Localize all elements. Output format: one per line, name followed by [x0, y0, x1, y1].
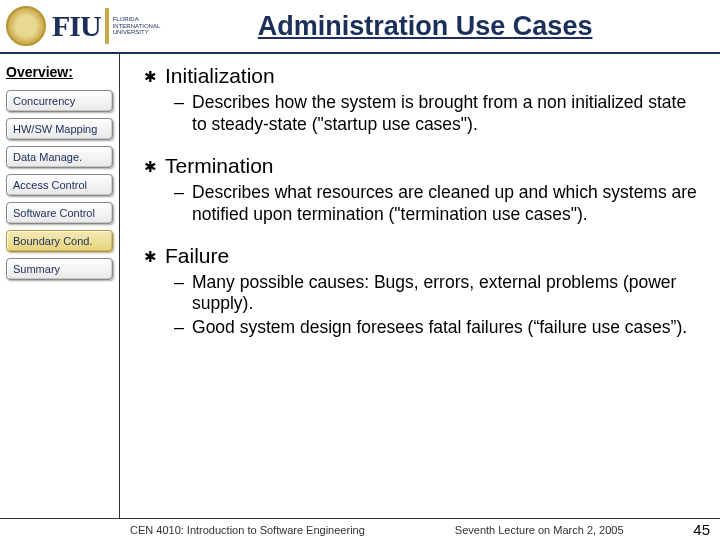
sub-bullet-text: Describes how the system is brought from…: [192, 92, 700, 136]
sidebar-heading: Overview:: [6, 64, 113, 80]
dash-icon: –: [174, 92, 184, 136]
section-title: Termination: [165, 154, 274, 178]
slide-body: Overview: ConcurrencyHW/SW MappingData M…: [0, 54, 720, 518]
sidebar-item-software-control[interactable]: Software Control: [6, 202, 113, 224]
section-header: ✱Failure: [144, 244, 700, 268]
page-number: 45: [693, 521, 710, 538]
asterisk-icon: ✱: [144, 68, 157, 86]
section-sub-bullet: –Good system design foresees fatal failu…: [174, 317, 700, 339]
section-sub-bullet: –Describes what resources are cleaned up…: [174, 182, 700, 226]
sidebar-item-summary[interactable]: Summary: [6, 258, 113, 280]
dash-icon: –: [174, 182, 184, 226]
logo-stripe-icon: [105, 8, 109, 44]
logo-main: FIU: [52, 9, 101, 43]
header: FIU FLORIDA INTERNATIONAL UNIVERSITY Adm…: [0, 0, 720, 54]
dash-icon: –: [174, 317, 184, 339]
asterisk-icon: ✱: [144, 248, 157, 266]
section-header: ✱Termination: [144, 154, 700, 178]
logo-sub-line: UNIVERSITY: [113, 29, 161, 36]
section-title: Initialization: [165, 64, 275, 88]
dash-icon: –: [174, 272, 184, 316]
content-area: ✱Initialization–Describes how the system…: [120, 54, 720, 518]
section-title: Failure: [165, 244, 229, 268]
content-section: ✱Failure–Many possible causes: Bugs, err…: [144, 244, 700, 340]
logo-sub-line: INTERNATIONAL: [113, 23, 161, 30]
logo-sub-line: FLORIDA: [113, 16, 161, 23]
logo-subtext: FLORIDA INTERNATIONAL UNIVERSITY: [113, 16, 161, 36]
university-seal-icon: [6, 6, 46, 46]
content-section: ✱Initialization–Describes how the system…: [144, 64, 700, 136]
section-sub-bullet: –Describes how the system is brought fro…: [174, 92, 700, 136]
sidebar-item-access-control[interactable]: Access Control: [6, 174, 113, 196]
section-header: ✱Initialization: [144, 64, 700, 88]
sidebar: Overview: ConcurrencyHW/SW MappingData M…: [0, 54, 120, 518]
sidebar-item-hw-sw-mapping[interactable]: HW/SW Mapping: [6, 118, 113, 140]
section-sub-bullet: –Many possible causes: Bugs, errors, ext…: [174, 272, 700, 316]
university-logo: FIU FLORIDA INTERNATIONAL UNIVERSITY: [52, 8, 160, 44]
footer-course: CEN 4010: Introduction to Software Engin…: [130, 524, 365, 536]
sidebar-item-data-manage-[interactable]: Data Manage.: [6, 146, 113, 168]
footer: CEN 4010: Introduction to Software Engin…: [0, 518, 720, 540]
slide-title: Administration Use Cases: [180, 11, 720, 42]
asterisk-icon: ✱: [144, 158, 157, 176]
sidebar-item-concurrency[interactable]: Concurrency: [6, 90, 113, 112]
content-section: ✱Termination–Describes what resources ar…: [144, 154, 700, 226]
sub-bullet-text: Describes what resources are cleaned up …: [192, 182, 700, 226]
sidebar-item-boundary-cond-[interactable]: Boundary Cond.: [6, 230, 113, 252]
sub-bullet-text: Many possible causes: Bugs, errors, exte…: [192, 272, 700, 316]
footer-lecture: Seventh Lecture on March 2, 2005: [455, 524, 624, 536]
sub-bullet-text: Good system design foresees fatal failur…: [192, 317, 687, 339]
